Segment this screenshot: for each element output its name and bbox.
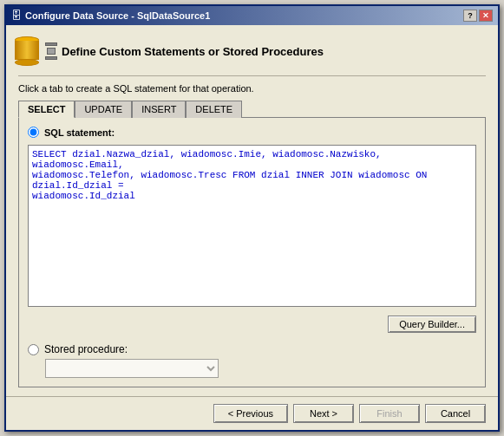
header-title: Define Custom Statements or Stored Proce…	[62, 45, 324, 58]
help-button[interactable]: ?	[463, 10, 477, 22]
stored-proc-radio-button[interactable]	[28, 344, 39, 355]
cancel-button[interactable]: Cancel	[425, 404, 486, 423]
tab-select[interactable]: SELECT	[18, 101, 75, 118]
stored-proc-label-row: Stored procedure:	[28, 343, 476, 355]
sql-area-container	[28, 145, 476, 307]
cylinder-bottom	[15, 59, 39, 66]
title-bar: 🗄 Configure Data Source - SqlDataSource1…	[6, 6, 498, 25]
connector-piece	[45, 42, 57, 60]
main-content: Define Custom Statements or Stored Proce…	[6, 25, 498, 396]
sql-radio-label: SQL statement:	[44, 127, 115, 138]
cylinder-body	[15, 41, 39, 60]
tab-delete[interactable]: DELETE	[186, 101, 242, 118]
window-icon: 🗄	[11, 10, 22, 22]
previous-button[interactable]: < Previous	[213, 404, 288, 423]
db-connector	[14, 36, 57, 66]
tab-update[interactable]: UPDATE	[75, 101, 132, 118]
tabs-container: SELECT UPDATE INSERT DELETE SQL statemen…	[18, 101, 486, 387]
tab-bar: SELECT UPDATE INSERT DELETE	[18, 101, 486, 118]
title-bar-buttons: ? ✕	[463, 10, 493, 22]
main-window: 🗄 Configure Data Source - SqlDataSource1…	[4, 4, 500, 432]
finish-button[interactable]: Finish	[359, 404, 420, 423]
window-title: Configure Data Source - SqlDataSource1	[25, 10, 210, 21]
close-button[interactable]: ✕	[479, 10, 493, 22]
bottom-navigation: < Previous Next > Finish Cancel	[6, 396, 498, 430]
instruction-text: Click a tab to create a SQL statement fo…	[18, 83, 486, 94]
query-builder-button[interactable]: Query Builder...	[388, 316, 476, 333]
title-bar-left: 🗄 Configure Data Source - SqlDataSource1	[11, 10, 210, 22]
query-builder-btn-row: Query Builder...	[28, 316, 476, 333]
sql-radio-button[interactable]	[28, 127, 39, 138]
next-button[interactable]: Next >	[293, 404, 354, 423]
stored-procedure-section: Stored procedure:	[28, 343, 476, 378]
database-icon	[18, 34, 53, 68]
stored-proc-label: Stored procedure:	[44, 343, 128, 355]
stored-proc-select[interactable]	[45, 359, 219, 378]
sql-textarea[interactable]	[28, 145, 476, 307]
tab-content: SQL statement: Query Builder... Stored p…	[18, 118, 486, 387]
header-section: Define Custom Statements or Stored Proce…	[18, 34, 486, 76]
tab-insert[interactable]: INSERT	[132, 101, 186, 118]
sql-radio-group: SQL statement:	[28, 127, 476, 138]
